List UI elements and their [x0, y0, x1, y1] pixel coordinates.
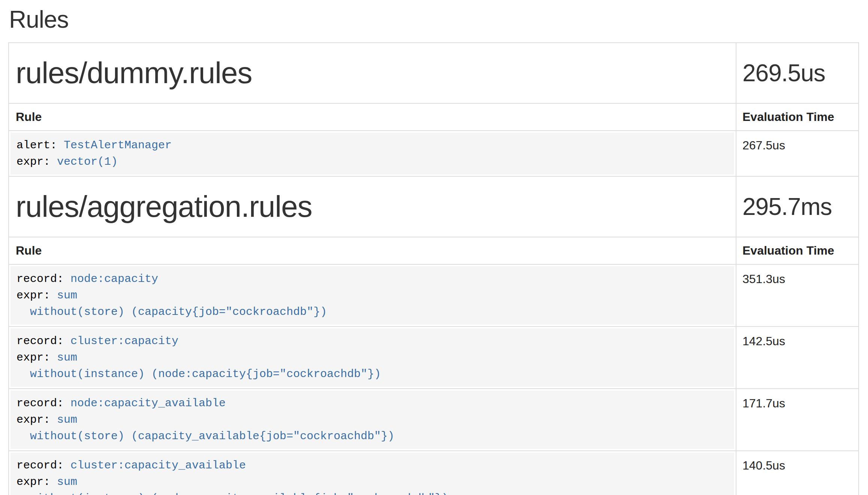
rule-name-link[interactable]: node:capacity: [70, 273, 158, 285]
rule-expr-link[interactable]: sum without(instance) (node:capacity{job…: [16, 351, 381, 380]
rule-name-link[interactable]: cluster:capacity: [70, 335, 178, 347]
rule-cell: record: cluster:capacity expr: sum witho…: [9, 327, 736, 389]
column-header-row: Rule Evaluation Time: [9, 237, 859, 264]
evaluation-time-column-header: Evaluation Time: [736, 103, 859, 131]
rule-column-header: Rule: [9, 237, 736, 264]
rule-type-label: record:: [16, 459, 64, 472]
rule-row: alert: TestAlertManager expr: vector(1)2…: [9, 131, 859, 176]
rule-code-block: record: node:capacity expr: sum without(…: [10, 266, 734, 325]
rule-cell: alert: TestAlertManager expr: vector(1): [9, 131, 736, 176]
rule-column-header: Rule: [9, 103, 736, 131]
rules-page: Rules rules/dummy.rules 269.5us Rule Eva…: [0, 6, 868, 495]
rule-expr-link[interactable]: sum without(store) (capacity_available{j…: [16, 413, 394, 443]
evaluation-time-value: 171.7us: [736, 389, 859, 451]
page-title: Rules: [9, 6, 859, 33]
column-header-row: Rule Evaluation Time: [9, 103, 859, 131]
rule-row: record: node:capacity_available expr: su…: [9, 389, 859, 451]
evaluation-time-column-header: Evaluation Time: [736, 237, 859, 264]
rule-cell: record: node:capacity_available expr: su…: [9, 389, 736, 451]
rule-type-label: alert:: [16, 139, 57, 152]
rule-groups: rules/dummy.rules 269.5us Rule Evaluatio…: [8, 42, 859, 495]
rule-row: record: cluster:capacity_available expr:…: [9, 451, 859, 495]
rule-cell: record: node:capacity expr: sum without(…: [9, 264, 736, 327]
group-evaluation-total: 269.5us: [742, 60, 825, 86]
evaluation-time-value: 351.3us: [736, 264, 859, 327]
group-header-row: rules/aggregation.rules 295.7ms: [9, 176, 859, 237]
rule-code-block: record: node:capacity_available expr: su…: [10, 391, 734, 449]
evaluation-time-value: 142.5us: [736, 327, 859, 389]
rule-code-block: record: cluster:capacity expr: sum witho…: [10, 328, 734, 387]
rule-name-link[interactable]: node:capacity_available: [70, 397, 226, 410]
group-file-title: rules/dummy.rules: [16, 52, 729, 94]
expr-label: expr:: [16, 351, 50, 364]
rule-row: record: cluster:capacity expr: sum witho…: [9, 327, 859, 389]
rule-cell: record: cluster:capacity_available expr:…: [9, 451, 736, 495]
rule-group-table: rules/dummy.rules 269.5us Rule Evaluatio…: [8, 42, 859, 177]
rule-row: record: node:capacity expr: sum without(…: [9, 264, 859, 327]
rule-code-block: record: cluster:capacity_available expr:…: [10, 453, 734, 495]
evaluation-time-value: 267.5us: [736, 131, 859, 176]
rule-name-link[interactable]: cluster:capacity_available: [70, 459, 246, 472]
expr-label: expr:: [16, 289, 50, 302]
rule-type-label: record:: [16, 335, 64, 347]
rule-code-block: alert: TestAlertManager expr: vector(1): [10, 133, 734, 174]
expr-label: expr:: [16, 476, 50, 488]
rule-type-label: record:: [16, 397, 64, 410]
expr-label: expr:: [16, 413, 50, 426]
rule-expr-link[interactable]: sum without(instance) (node:capacity_ava…: [16, 476, 448, 495]
group-file-title: rules/aggregation.rules: [16, 186, 729, 228]
group-header-row: rules/dummy.rules 269.5us: [9, 43, 859, 103]
expr-label: expr:: [16, 155, 50, 168]
rule-expr-link[interactable]: vector(1): [57, 155, 118, 168]
group-evaluation-total: 295.7ms: [742, 193, 832, 220]
rule-expr-link[interactable]: sum without(store) (capacity{job="cockro…: [16, 289, 327, 318]
evaluation-time-value: 140.5us: [736, 451, 859, 495]
rule-name-link[interactable]: TestAlertManager: [64, 139, 172, 152]
rule-group-table: rules/aggregation.rules 295.7ms Rule Eva…: [8, 176, 859, 495]
rule-type-label: record:: [16, 273, 64, 285]
